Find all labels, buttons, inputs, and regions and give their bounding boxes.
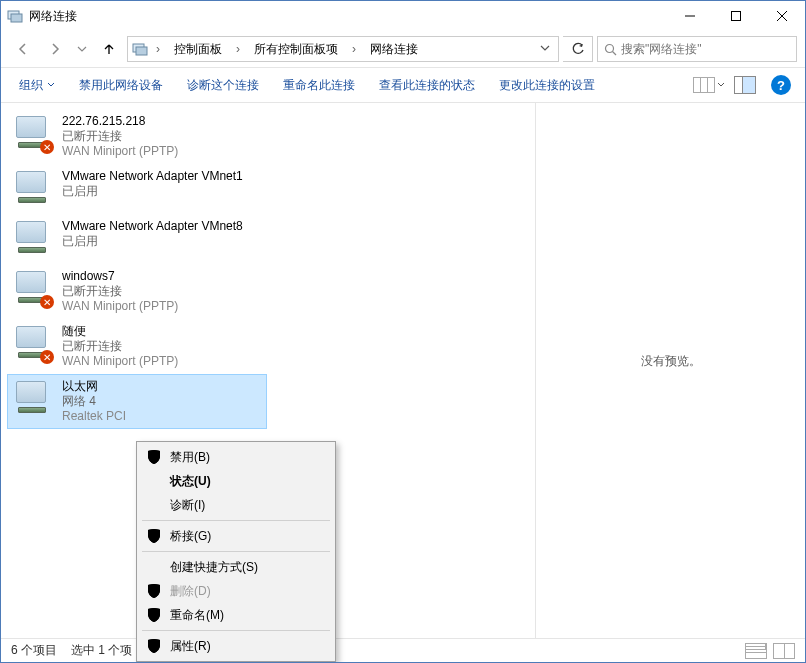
preview-pane-toggle[interactable] (729, 72, 761, 98)
view-options-button[interactable] (693, 72, 725, 98)
address-dropdown-icon[interactable] (536, 42, 554, 56)
connection-status: 已断开连接 (62, 129, 178, 144)
chevron-down-icon (47, 81, 55, 89)
chevron-right-icon[interactable]: › (152, 42, 164, 56)
connection-name: 以太网 (62, 379, 126, 394)
diagnose-connection-button[interactable]: 诊断这个连接 (177, 73, 269, 98)
address-bar[interactable]: › 控制面板 › 所有控制面板项 › 网络连接 (127, 36, 559, 62)
command-bar: 组织 禁用此网络设备 诊断这个连接 重命名此连接 查看此连接的状态 更改此连接的… (1, 67, 805, 103)
svg-line-7 (613, 51, 617, 55)
connection-item[interactable]: ✕ windows7 已断开连接 WAN Miniport (PPTP) (7, 264, 267, 319)
uac-shield-icon (146, 583, 162, 599)
change-settings-button[interactable]: 更改此连接的设置 (489, 73, 605, 98)
connection-status: 已断开连接 (62, 284, 178, 299)
connection-item[interactable]: VMware Network Adapter VMnet1 已启用 (7, 164, 267, 214)
uac-shield-icon (146, 638, 162, 654)
context-menu-item[interactable]: 状态(U) (140, 469, 332, 493)
maximize-button[interactable] (713, 1, 759, 31)
connection-device: Realtek PCI (62, 409, 126, 424)
connection-name: windows7 (62, 269, 178, 284)
connection-status: 已启用 (62, 184, 243, 199)
details-view-button[interactable] (745, 643, 767, 659)
disconnected-overlay-icon: ✕ (40, 350, 54, 364)
context-menu-item[interactable]: 属性(R) (140, 634, 332, 658)
uac-shield-icon (146, 607, 162, 623)
connection-name: 222.76.215.218 (62, 114, 178, 129)
help-button[interactable]: ? (765, 72, 797, 98)
breadcrumb-item[interactable]: 所有控制面板项 (248, 38, 344, 60)
context-menu-item[interactable]: 桥接(G) (140, 524, 332, 548)
breadcrumb-item[interactable]: 网络连接 (364, 38, 424, 60)
item-count: 6 个项目 (11, 642, 57, 659)
recent-locations-button[interactable] (73, 36, 91, 62)
connection-status: 已启用 (62, 234, 243, 249)
location-icon (132, 41, 148, 57)
menu-separator (142, 551, 330, 552)
menu-item-label: 桥接(G) (170, 528, 211, 545)
context-menu-item[interactable]: 诊断(I) (140, 493, 332, 517)
network-adapter-icon (14, 219, 54, 259)
connection-item[interactable]: ✕ 222.76.215.218 已断开连接 WAN Miniport (PPT… (7, 109, 267, 164)
search-input[interactable] (621, 42, 790, 56)
svg-point-6 (606, 44, 614, 52)
connection-item[interactable]: VMware Network Adapter VMnet8 已启用 (7, 214, 267, 264)
chevron-right-icon[interactable]: › (232, 42, 244, 56)
refresh-button[interactable] (563, 36, 593, 62)
context-menu-item[interactable]: 创建快捷方式(S) (140, 555, 332, 579)
menu-separator (142, 520, 330, 521)
connection-device: WAN Miniport (PPTP) (62, 299, 178, 314)
breadcrumb-item[interactable]: 控制面板 (168, 38, 228, 60)
disable-device-button[interactable]: 禁用此网络设备 (69, 73, 173, 98)
view-status-button[interactable]: 查看此连接的状态 (369, 73, 485, 98)
network-adapter-icon (14, 379, 54, 419)
search-icon (604, 43, 617, 56)
tiles-view-button[interactable] (773, 643, 795, 659)
connection-name: VMware Network Adapter VMnet8 (62, 219, 243, 234)
menu-item-label: 状态(U) (170, 473, 211, 490)
menu-item-label: 诊断(I) (170, 497, 205, 514)
rename-connection-button[interactable]: 重命名此连接 (273, 73, 365, 98)
network-adapter-icon: ✕ (14, 324, 54, 364)
title-bar: 网络连接 (1, 1, 805, 31)
connection-status: 已断开连接 (62, 339, 178, 354)
chevron-down-icon (717, 81, 725, 89)
disconnected-overlay-icon: ✕ (40, 295, 54, 309)
connection-device: WAN Miniport (PPTP) (62, 144, 178, 159)
navigation-row: › 控制面板 › 所有控制面板项 › 网络连接 (1, 31, 805, 67)
connection-item[interactable]: 以太网 网络 4 Realtek PCI (7, 374, 267, 429)
connection-item[interactable]: ✕ 随便 已断开连接 WAN Miniport (PPTP) (7, 319, 267, 374)
main-content: ✕ 222.76.215.218 已断开连接 WAN Miniport (PPT… (1, 103, 805, 638)
selected-count: 选中 1 个项 (71, 642, 132, 659)
uac-shield-icon (146, 449, 162, 465)
uac-shield-icon (146, 528, 162, 544)
menu-item-label: 创建快捷方式(S) (170, 559, 258, 576)
connection-status: 网络 4 (62, 394, 126, 409)
network-adapter-icon: ✕ (14, 269, 54, 309)
context-menu-item: 删除(D) (140, 579, 332, 603)
disconnected-overlay-icon: ✕ (40, 140, 54, 154)
chevron-right-icon[interactable]: › (348, 42, 360, 56)
connection-device: WAN Miniport (PPTP) (62, 354, 178, 369)
menu-item-label: 禁用(B) (170, 449, 210, 466)
window-icon (7, 8, 23, 24)
connection-name: VMware Network Adapter VMnet1 (62, 169, 243, 184)
context-menu-item[interactable]: 重命名(M) (140, 603, 332, 627)
connection-name: 随便 (62, 324, 178, 339)
menu-item-label: 重命名(M) (170, 607, 224, 624)
svg-rect-3 (732, 12, 741, 21)
menu-item-label: 属性(R) (170, 638, 211, 655)
menu-item-label: 删除(D) (170, 583, 211, 600)
preview-text: 没有预览。 (641, 353, 701, 370)
organize-menu[interactable]: 组织 (9, 73, 65, 98)
back-button[interactable] (9, 36, 37, 62)
up-button[interactable] (95, 36, 123, 62)
search-box[interactable] (597, 36, 797, 62)
close-button[interactable] (759, 1, 805, 31)
network-adapter-icon: ✕ (14, 114, 54, 154)
forward-button[interactable] (41, 36, 69, 62)
minimize-button[interactable] (667, 1, 713, 31)
context-menu-item[interactable]: 禁用(B) (140, 445, 332, 469)
status-bar: 6 个项目 选中 1 个项 (1, 638, 805, 662)
menu-separator (142, 630, 330, 631)
window-title: 网络连接 (29, 8, 667, 25)
